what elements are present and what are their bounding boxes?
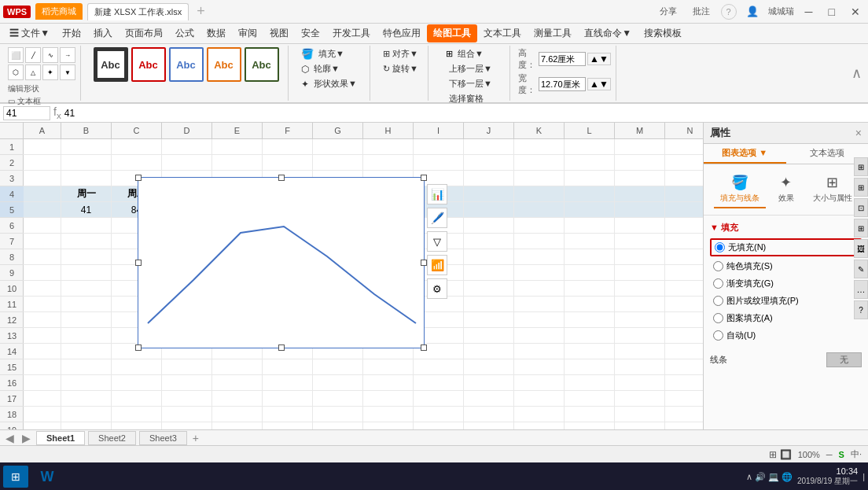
cell-g1[interactable] — [313, 139, 363, 155]
cell-i15[interactable] — [414, 359, 464, 375]
cell-l7[interactable] — [565, 234, 615, 249]
cell-m17[interactable] — [615, 391, 665, 407]
sheet-tab-sheet2[interactable]: Sheet2 — [88, 431, 136, 445]
cell-k2[interactable] — [514, 155, 565, 171]
cell-k5[interactable] — [514, 202, 565, 218]
cell-a4[interactable] — [24, 186, 61, 202]
panel-subtab-fill[interactable]: 🪣 填充与线条 — [714, 171, 766, 208]
height-spin[interactable]: ▲▼ — [587, 53, 611, 65]
radio-pattern-fill-input[interactable] — [713, 313, 723, 323]
cell-m5[interactable] — [615, 202, 665, 218]
maximize-button[interactable]: □ — [824, 6, 840, 18]
cell-j12[interactable] — [464, 312, 514, 328]
shape-btn-rect[interactable]: ⬜ — [8, 47, 24, 63]
cell-h16[interactable] — [363, 375, 414, 391]
cell-c1[interactable] — [112, 139, 162, 155]
group-button[interactable]: 组合▼ — [454, 47, 487, 61]
cell-j6[interactable] — [464, 218, 514, 234]
col-header-f[interactable]: F — [263, 123, 313, 138]
cell-k15[interactable] — [514, 359, 565, 375]
menu-draw-tools[interactable]: 绘图工具 — [427, 24, 477, 42]
panel-side-btn-7[interactable]: … — [854, 280, 868, 299]
cell-n14[interactable] — [665, 344, 703, 359]
menu-special[interactable]: 特色应用 — [377, 24, 427, 42]
cell-l11[interactable] — [565, 297, 615, 312]
cell-b18[interactable] — [61, 407, 112, 422]
cell-i17[interactable] — [414, 391, 464, 407]
cell-k18[interactable] — [514, 407, 565, 422]
cell-m15[interactable] — [615, 359, 665, 375]
cell-n18[interactable] — [665, 407, 703, 422]
cell-n7[interactable] — [665, 234, 703, 249]
cell-n19[interactable] — [665, 422, 703, 429]
cell-n13[interactable] — [665, 328, 703, 344]
cell-d2[interactable] — [162, 155, 212, 171]
panel-side-btn-6[interactable]: ✎ — [854, 260, 868, 278]
cell-f18[interactable] — [263, 407, 313, 422]
width-spin[interactable]: ▲▼ — [587, 78, 611, 90]
cell-c18[interactable] — [112, 407, 162, 422]
menu-text-tools[interactable]: 文本工具 — [477, 24, 528, 42]
cell-g2[interactable] — [313, 155, 363, 171]
height-input[interactable] — [539, 52, 586, 66]
cell-h1[interactable] — [363, 139, 414, 155]
cell-a3[interactable] — [24, 171, 61, 186]
cell-l13[interactable] — [565, 328, 615, 344]
radio-solid-fill[interactable]: 纯色填充(S) — [710, 259, 862, 274]
menu-dev[interactable]: 开发工具 — [326, 24, 377, 42]
shape-btn-oval[interactable]: ⬡ — [8, 64, 24, 80]
help-button[interactable]: ? — [721, 4, 737, 20]
cell-a7[interactable] — [24, 234, 61, 249]
shape-btn-line[interactable]: ╱ — [25, 47, 41, 63]
col-header-k[interactable]: K — [514, 123, 565, 138]
cell-a8[interactable] — [24, 249, 61, 265]
cell-e16[interactable] — [212, 375, 263, 391]
cell-n6[interactable] — [665, 218, 703, 234]
cell-d19[interactable] — [162, 422, 212, 429]
cell-m4[interactable] — [615, 186, 665, 202]
cell-l14[interactable] — [565, 344, 615, 359]
chart-tool-settings-btn[interactable]: ⚙ — [427, 278, 447, 299]
fill-button[interactable]: 填充▼ — [315, 47, 348, 61]
cell-n3[interactable] — [665, 171, 703, 186]
cell-a5[interactable] — [24, 202, 61, 218]
show-desktop-btn[interactable]: | — [862, 472, 865, 481]
panel-close-button[interactable]: × — [855, 127, 862, 139]
cell-d18[interactable] — [162, 407, 212, 422]
cell-i1[interactable] — [414, 139, 464, 155]
cell-g17[interactable] — [313, 391, 363, 407]
cell-b19[interactable] — [61, 422, 112, 429]
cell-b15[interactable] — [61, 359, 112, 375]
cell-e15[interactable] — [212, 359, 263, 375]
cell-k3[interactable] — [514, 171, 565, 186]
cell-l10[interactable] — [565, 281, 615, 297]
shape-btn-more[interactable]: ▼ — [60, 64, 75, 80]
cell-l17[interactable] — [565, 391, 615, 407]
cell-k16[interactable] — [514, 375, 565, 391]
chart-handle-tl[interactable] — [135, 175, 142, 181]
cell-a9[interactable] — [24, 265, 61, 281]
shape-btn-star[interactable]: ✦ — [42, 64, 58, 80]
cell-j9[interactable] — [464, 265, 514, 281]
cell-n11[interactable] — [665, 297, 703, 312]
cell-m13[interactable] — [615, 328, 665, 344]
cell-k10[interactable] — [514, 281, 565, 297]
cell-j8[interactable] — [464, 249, 514, 265]
close-button[interactable]: ✕ — [846, 6, 865, 18]
cell-c15[interactable] — [112, 359, 162, 375]
cell-b6[interactable] — [61, 218, 112, 234]
menu-measure[interactable]: 测量工具 — [528, 24, 578, 42]
cell-d17[interactable] — [162, 391, 212, 407]
top-layer-button[interactable]: 上移一层▼ — [446, 62, 495, 76]
cell-a17[interactable] — [24, 391, 61, 407]
cell-l8[interactable] — [565, 249, 615, 265]
chart-handle-br[interactable] — [421, 344, 427, 351]
cell-m7[interactable] — [615, 234, 665, 249]
radio-no-fill-input[interactable] — [715, 242, 725, 252]
menu-search[interactable]: 搜索模板 — [638, 24, 688, 42]
chart-handle-tr[interactable] — [421, 175, 427, 181]
cell-a13[interactable] — [24, 328, 61, 344]
cell-m2[interactable] — [615, 155, 665, 171]
menu-view[interactable]: 视图 — [263, 24, 295, 42]
panel-side-btn-2[interactable]: ⊞ — [854, 178, 868, 197]
